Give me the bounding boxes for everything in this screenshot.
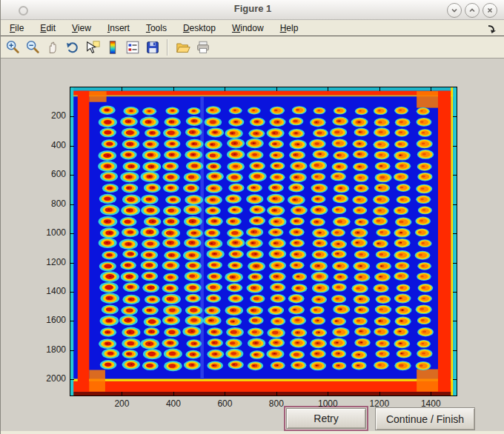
x-axis-tick-label: 400 — [166, 398, 181, 409]
insert-legend-icon — [125, 39, 141, 56]
insert-legend-button[interactable] — [123, 38, 142, 57]
maximize-window-button[interactable] — [465, 3, 480, 18]
data-cursor-button[interactable] — [83, 38, 102, 57]
figure-window: Figure 1 FileEditViewInsertToolsDesktopW… — [0, 0, 504, 434]
y-axis-tick-label: 1600 — [46, 315, 66, 325]
chevron-up-icon — [468, 7, 476, 14]
toolbar-separator — [167, 39, 168, 56]
window-title: Figure 1 — [1, 3, 504, 14]
x-axis-tick-label: 1200 — [369, 398, 389, 409]
retry-button-highlight: Retry — [284, 406, 368, 431]
retry-button[interactable]: Retry — [286, 408, 366, 429]
zoom-out-icon — [24, 39, 41, 56]
pan-button[interactable] — [43, 38, 62, 57]
data-cursor-icon — [84, 39, 101, 56]
y-axis-tick-label: 800 — [51, 198, 66, 209]
close-window-button[interactable] — [483, 3, 497, 18]
open-file-button[interactable] — [173, 38, 193, 57]
menu-item-tools[interactable]: Tools — [146, 21, 167, 35]
dock-figure-arrow-icon[interactable] — [485, 22, 497, 34]
zoom-in-button[interactable] — [3, 38, 22, 57]
rotate-3d-button[interactable] — [63, 38, 82, 57]
y-axis-tick-label: 1400 — [46, 286, 66, 296]
continue-finish-button[interactable]: Continue / Finish — [375, 407, 475, 430]
menubar: FileEditViewInsertToolsDesktopWindowHelp — [1, 20, 504, 36]
close-icon — [486, 7, 494, 14]
menu-item-file[interactable]: File — [10, 21, 24, 35]
print-figure-button[interactable] — [193, 38, 213, 57]
y-axis-tick-label: 600 — [51, 169, 66, 179]
menu-item-edit[interactable]: Edit — [40, 21, 56, 35]
print-figure-icon — [195, 39, 211, 56]
y-axis-tick-label: 1200 — [46, 257, 66, 267]
y-axis-tick-label: 2000 — [46, 373, 66, 384]
titlebar[interactable]: Figure 1 — [1, 0, 504, 20]
menu-item-window[interactable]: Window — [232, 21, 264, 35]
shade-window-button[interactable] — [447, 3, 462, 18]
x-axis-tick-label: 600 — [217, 398, 232, 409]
toolbar — [1, 36, 504, 59]
y-axis-tick-label: 1000 — [46, 227, 66, 238]
pan-icon — [44, 39, 61, 56]
zoom-out-button[interactable] — [23, 38, 42, 57]
save-figure-icon — [145, 39, 161, 56]
menu-item-desktop[interactable]: Desktop — [183, 21, 216, 35]
open-file-icon — [175, 39, 191, 56]
rotate-3d-icon — [64, 39, 81, 56]
figure-canvas-area: Retry Continue / Finish 2004006008001000… — [1, 59, 504, 434]
window-bottom-edge — [1, 431, 504, 434]
menu-item-help[interactable]: Help — [280, 21, 299, 35]
x-axis-tick-label: 1000 — [318, 398, 338, 409]
x-axis-tick-label: 800 — [269, 398, 284, 409]
chevron-down-icon — [451, 7, 458, 14]
y-axis-tick-label: 400 — [51, 140, 66, 150]
insert-colorbar-icon — [105, 39, 121, 56]
menu-item-view[interactable]: View — [72, 21, 91, 35]
zoom-in-icon — [4, 39, 21, 56]
y-axis-tick-label: 200 — [51, 110, 66, 121]
plate-image-plot[interactable] — [70, 87, 457, 396]
x-axis-tick-label: 1400 — [421, 398, 441, 409]
menu-item-insert[interactable]: Insert — [107, 21, 130, 35]
insert-colorbar-button[interactable] — [103, 38, 122, 57]
y-axis-tick-label: 1800 — [46, 344, 66, 355]
save-figure-button[interactable] — [143, 38, 162, 57]
x-axis-tick-label: 200 — [114, 398, 129, 409]
